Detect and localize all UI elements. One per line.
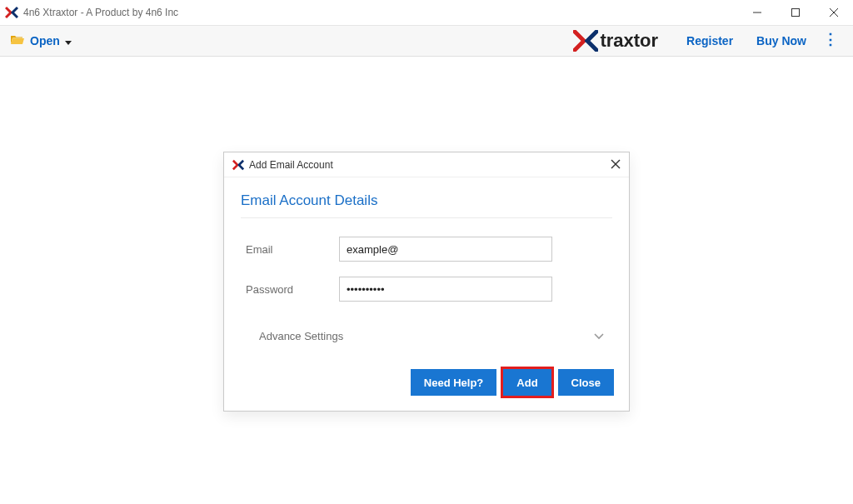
app-icon <box>5 6 18 19</box>
email-input[interactable] <box>339 237 552 262</box>
dialog-app-icon <box>232 159 244 171</box>
maximize-button[interactable] <box>776 0 815 25</box>
more-options-button[interactable]: ⋮ <box>818 30 843 52</box>
chevron-down-icon <box>65 34 72 47</box>
advance-settings-toggle[interactable]: Advance Settings <box>241 317 612 357</box>
buy-now-link[interactable]: Buy Now <box>756 34 806 47</box>
register-link[interactable]: Register <box>686 34 733 47</box>
close-window-button[interactable] <box>815 0 853 25</box>
advance-settings-label: Advance Settings <box>259 330 343 342</box>
main-toolbar: Open traxtor Register Buy Now ⋮ <box>0 25 853 57</box>
open-label: Open <box>30 34 60 47</box>
window-title: 4n6 Xtraxtor - A Product by 4n6 Inc <box>23 7 178 18</box>
password-label: Password <box>246 283 339 296</box>
dialog-header: Add Email Account <box>224 152 629 177</box>
need-help-button[interactable]: Need Help? <box>411 369 497 396</box>
add-button[interactable]: Add <box>503 369 551 396</box>
svg-rect-1 <box>792 9 800 17</box>
password-row: Password <box>241 277 612 302</box>
open-button[interactable]: Open <box>10 34 72 48</box>
password-input[interactable] <box>339 277 552 302</box>
section-title: Email Account Details <box>241 192 612 209</box>
add-email-account-dialog: Add Email Account Email Account Details … <box>223 152 630 412</box>
brand-text: traxtor <box>600 30 658 52</box>
chevron-down-icon <box>594 330 604 342</box>
dialog-title: Add Email Account <box>249 159 333 171</box>
dialog-body: Email Account Details Email Password Adv… <box>224 177 629 361</box>
divider <box>241 217 612 218</box>
email-label: Email <box>246 243 339 256</box>
window-controls <box>738 0 853 25</box>
close-button[interactable]: Close <box>558 369 614 396</box>
minimize-button[interactable] <box>738 0 776 25</box>
window-titlebar: 4n6 Xtraxtor - A Product by 4n6 Inc <box>0 0 853 25</box>
brand-logo: traxtor <box>573 30 658 52</box>
email-row: Email <box>241 237 612 262</box>
folder-open-icon <box>10 34 25 48</box>
dialog-footer: Need Help? Add Close <box>224 361 629 411</box>
dialog-close-icon[interactable] <box>611 157 621 172</box>
